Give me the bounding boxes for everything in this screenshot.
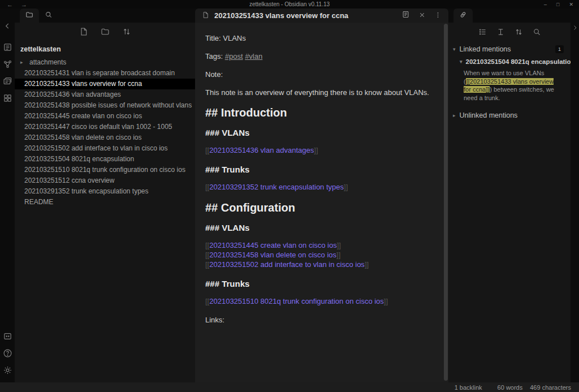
internal-link[interactable]: 202103251458 vlan delete on cisco ios [209,251,336,259]
tag-link[interactable]: #post [225,52,243,61]
collapse-right-sidebar-icon[interactable] [572,24,578,31]
paragraph: This note is an overview of everything t… [205,87,429,98]
settings-icon[interactable] [3,365,12,375]
backlink-snippet[interactable]: When we want to use VLANs ([[20210325143… [464,69,561,102]
more-options-icon[interactable] [434,11,442,21]
left-ribbon [0,8,15,382]
backlink-result-file[interactable]: ▾ 202103251504 8021q encapsulation 1 [448,55,571,67]
internal-link[interactable]: 202103291352 trunk encapsulation types [209,183,344,191]
editor-content[interactable]: Title: VLANsTags: #post #vlanNote:This n… [195,23,448,382]
collapse-triangle-icon: ▾ [460,59,463,64]
search-filter-icon[interactable] [533,28,541,38]
file-item[interactable]: 202103251510 8021q trunk configuration o… [15,165,195,175]
vault-switcher-icon[interactable] [3,331,12,341]
unlinked-mentions-label: Unlinked mentions [460,111,564,119]
paragraph: Links: [205,315,429,325]
workspace: zettelkasten ▸ attachments 202103251431 … [0,8,579,382]
minimize-icon[interactable]: – [544,2,547,7]
new-note-icon[interactable] [79,27,88,38]
unlinked-mentions-header[interactable]: ▸ Unlinked mentions [448,109,571,122]
editor-tab-header[interactable]: 202103251433 vlans overview for ccna [195,8,448,23]
tab-search[interactable] [39,8,58,23]
heading: ### Trunks [205,278,429,290]
editor-scrollbar[interactable] [444,24,448,381]
file-item[interactable]: 202103251445 create vlan on cisco ios [15,111,195,122]
file-item[interactable]: 202103251431 vlan is separate broadcast … [15,68,195,79]
backlinks-pane: ▾ Linked mentions 1 ▾ 202103251504 8021q… [448,23,571,382]
status-bar: 1 backlink 60 words 469 characters [0,382,579,392]
bracket: ]] [337,241,341,249]
file-item[interactable]: 202103251436 vlan advantages [15,89,195,100]
status-character-count: 469 characters [530,384,571,391]
internal-links-group: [[202103251445 create vlan on cisco ios]… [205,240,429,269]
heading: ### Trunks [205,163,429,175]
internal-links-group: [[202103291352 trunk encapsulation types… [205,182,429,192]
internal-link[interactable]: 202103251502 add interface to vlan in ci… [209,260,365,269]
scrollbar-thumb[interactable] [444,24,448,381]
heading: ## Configuration [205,200,429,215]
file-item[interactable]: 202103251438 possible issues of network … [15,100,195,111]
linked-mentions-header[interactable]: ▾ Linked mentions 1 [448,43,571,55]
tab-backlinks[interactable] [453,8,473,23]
history-back-icon[interactable]: ← [7,1,13,8]
close-tab-icon[interactable] [418,11,426,21]
collapse-triangle-icon: ▸ [453,113,456,118]
file-explorer-toolbar [15,23,195,43]
close-window-icon[interactable]: ✕ [569,2,573,7]
right-ribbon [571,8,579,382]
editor-pane: 202103251433 vlans overview for ccna Tit… [195,8,448,382]
status-word-count: 60 words [498,384,523,391]
folder-label: attachments [29,58,66,66]
file-item[interactable]: README [15,197,195,208]
file-item[interactable]: 202103251504 8021q encapsulation [15,154,195,165]
file-item[interactable]: 202103251433 vlans overview for ccna [15,79,195,89]
sort-order-icon[interactable] [122,27,131,38]
internal-link[interactable]: 202103251436 vlan advantages [209,146,314,154]
file-item[interactable]: 202103251458 vlan delete on cisco ios [15,132,195,143]
backlinks-toolbar [448,23,571,43]
file-item[interactable]: 202103251447 cisco ios default vlan 1002… [15,122,195,132]
status-backlink-count[interactable]: 1 backlink [455,384,482,391]
heading: ### VLANs [205,127,429,139]
new-folder-icon[interactable] [101,27,110,38]
bracket: ]] [384,297,388,305]
obsidian-window: ← → zettelkasten - Obsidian v0.11.13 – □… [0,0,579,392]
history-forward-icon[interactable]: → [21,1,27,8]
file-item[interactable]: 202103251502 add interface to vlan in ci… [15,143,195,154]
random-note-icon[interactable] [3,93,12,103]
bracket: ]] [314,146,318,154]
show-context-icon[interactable] [496,28,505,38]
collapse-left-sidebar-icon[interactable] [3,22,11,30]
left-sidebar-tabs [15,8,195,23]
help-icon[interactable] [3,348,12,358]
paragraph: Title: VLANs [205,33,429,44]
change-sort-order-icon[interactable] [515,28,523,38]
tab-file-explorer[interactable] [20,8,39,23]
editor-tab-title: 202103251433 vlans overview for ccna [214,11,348,20]
internal-link[interactable]: 202103251445 create vlan on cisco ios [209,241,337,249]
right-sidebar: ▾ Linked mentions 1 ▾ 202103251504 8021q… [448,8,571,382]
titlebar: ← → zettelkasten - Obsidian v0.11.13 – □… [0,0,579,8]
daily-notes-icon[interactable] [3,76,12,86]
file-item[interactable]: 202103251512 ccna overview [15,175,195,186]
right-sidebar-tabs [448,8,571,23]
heading: ## Introduction [205,105,429,120]
note-icon [202,11,209,21]
backlink-file-name: 202103251504 8021q encapsulation [466,58,571,65]
tag-link[interactable]: #vlan [245,52,262,61]
vault-name[interactable]: zettelkasten [15,43,195,57]
folder-item-attachments[interactable]: ▸ attachments [15,57,195,68]
internal-link[interactable]: 202103251510 8021q trunk configuration o… [209,297,384,305]
paragraph: Note: [205,69,429,80]
file-item[interactable]: 202103291352 trunk encapsulation types [15,186,195,197]
reading-mode-icon[interactable] [401,10,410,21]
linked-mentions-label: Linked mentions [460,45,555,53]
link-icon [459,11,467,21]
left-sidebar: zettelkasten ▸ attachments 202103251431 … [15,8,195,382]
quick-switcher-icon[interactable] [3,42,12,52]
tags-line: Tags: #post #vlan [205,51,429,62]
graph-view-icon[interactable] [3,59,12,69]
collapse-results-icon[interactable] [478,28,487,38]
collapse-triangle-icon: ▸ [20,57,23,68]
maximize-icon[interactable]: □ [556,2,559,7]
